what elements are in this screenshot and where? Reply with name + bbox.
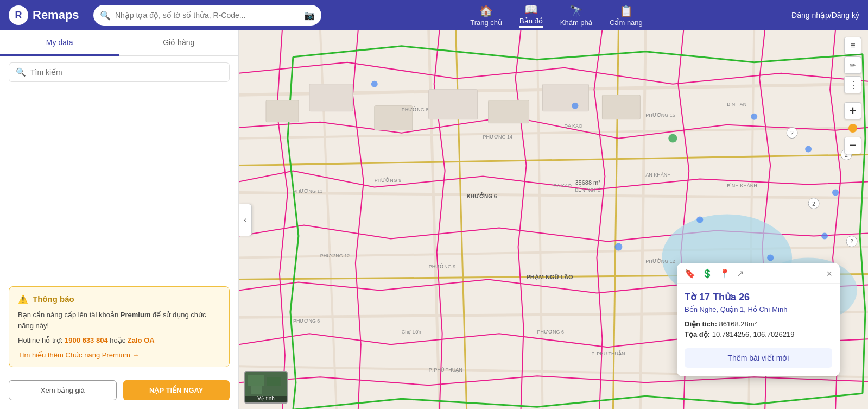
bookmark-icon[interactable]: 🔖 [685, 268, 695, 279]
nav-item-map[interactable]: 📖 Bản đồ [519, 3, 543, 28]
topup-button[interactable]: NẠP TIỀN NGAY [123, 380, 230, 400]
nav-item-explore[interactable]: 🔭 Khám phá [560, 4, 592, 27]
share-icon[interactable]: ↗ [737, 268, 744, 279]
svg-rect-72 [267, 377, 281, 386]
svg-point-52 [805, 146, 812, 153]
svg-text:AN KHÁNH: AN KHÁNH [645, 172, 670, 178]
zalo-link[interactable]: Zalo OA [128, 336, 155, 344]
notification-title: ⚠️ Thông báo [18, 294, 220, 304]
svg-rect-71 [248, 375, 264, 386]
svg-text:PHƯỜNG 13: PHƯỜNG 13 [293, 188, 322, 194]
sidebar-buttons: Xem bảng giá NẠP TIỀN NGAY [9, 380, 230, 400]
search-input[interactable] [115, 11, 300, 20]
more-options-button[interactable]: ⋮ [844, 76, 861, 93]
premium-link[interactable]: Tìm hiểu thêm Chức năng Premium → [18, 351, 220, 359]
location-pin-icon[interactable]: 📍 [719, 268, 730, 279]
phone-link[interactable]: 1900 633 804 [65, 336, 108, 344]
svg-text:P. PHÚ THUẬN: P. PHÚ THUẬN [591, 350, 625, 356]
svg-rect-23 [543, 84, 589, 111]
satellite-thumbnail[interactable]: Vệ tinh [244, 371, 288, 404]
popup-title: Tờ 17 Thửa 26 [685, 291, 832, 303]
svg-point-53 [832, 190, 839, 196]
auth-link[interactable]: Đăng nhập/Đăng ký [791, 11, 859, 20]
sidebar-body: ⚠️ Thông báo Bạn cần nâng cấp lên tài kh… [0, 89, 238, 409]
svg-text:BÌNH KHÁNH: BÌNH KHÁNH [727, 183, 757, 188]
satellite-preview [245, 372, 288, 396]
svg-text:PHƯỜNG 8: PHƯỜNG 8 [402, 106, 428, 112]
nav-label-map: Bản đồ [519, 17, 543, 25]
area-label: Diện tích: [685, 320, 719, 328]
svg-text:35688 m²: 35688 m² [575, 179, 600, 186]
svg-text:KHƯỞNG 6: KHƯỞNG 6 [467, 192, 497, 199]
sidebar-search-area: 🔍 [0, 56, 238, 89]
svg-point-51 [751, 114, 757, 120]
svg-text:PHƯỜNG 9: PHƯỜNG 9 [375, 177, 401, 183]
svg-point-49 [572, 103, 578, 109]
edit-icon: ✏ [850, 61, 856, 70]
main-nav: 🏠 Trang chủ 📖 Bản đồ 🔭 Khám phá 📋 Cẩm na… [330, 3, 783, 28]
nav-label-home: Trang chủ [470, 18, 502, 27]
svg-text:2: 2 [812, 201, 815, 207]
more-dots-icon: ⋮ [848, 79, 858, 91]
zoom-out-button[interactable]: − [844, 137, 861, 154]
search-bar: 🔍 📷 [93, 5, 321, 26]
coord-value: 10.7814256, 106.7026219 [712, 330, 795, 338]
sidebar-search-input[interactable] [30, 68, 223, 77]
sidebar-collapse-button[interactable]: ‹ [239, 204, 252, 236]
svg-text:Chợ Lớn: Chợ Lớn [402, 329, 421, 335]
svg-rect-73 [251, 386, 262, 394]
guide-icon: 📋 [619, 4, 633, 17]
info-popup-body: Tờ 17 Thửa 26 Bến Nghé, Quận 1, Hồ Chí M… [677, 284, 840, 376]
svg-text:PHƯỜNG 12: PHƯỜNG 12 [645, 258, 675, 264]
sidebar-search-box: 🔍 [9, 62, 230, 82]
area-value: 86168.28m² [719, 320, 757, 328]
svg-point-55 [696, 217, 703, 223]
tab-cart[interactable]: Giỏ hàng [119, 30, 239, 55]
svg-rect-19 [309, 84, 353, 111]
zoom-in-button[interactable]: + [844, 102, 861, 119]
sidebar-search-icon: 🔍 [16, 67, 26, 77]
tab-mydata[interactable]: My data [0, 30, 119, 56]
add-article-button[interactable]: Thêm bài viết mới [685, 348, 832, 368]
map-area[interactable]: PHƯỜNG 8 PHƯỜNG 14 DA KAO PHƯỜNG 15 BÌNH… [239, 30, 868, 409]
svg-rect-21 [429, 90, 478, 119]
camera-icon[interactable]: 📷 [304, 10, 315, 21]
edit-button[interactable]: ✏ [844, 56, 861, 74]
nav-label-explore: Khám phá [560, 18, 592, 27]
popup-area: Diện tích: 86168.28m² [685, 320, 832, 328]
logo-icon: R [9, 5, 28, 25]
sidebar-tabs: My data Giỏ hàng [0, 30, 238, 56]
svg-rect-24 [602, 95, 640, 119]
svg-text:BẾN NGHÉ: BẾN NGHÉ [575, 186, 600, 193]
nav-label-guide: Cẩm nang [610, 18, 643, 27]
svg-point-56 [767, 254, 774, 261]
home-icon: 🏠 [479, 4, 493, 17]
main-content: My data Giỏ hàng 🔍 ⚠️ Thông báo Bạn cần … [0, 30, 868, 409]
info-popup: 🔖 💲 📍 ↗ × Tờ 17 Thửa 26 Bến Nghé, Quận 1… [677, 263, 840, 376]
map-controls-right: ≡ ✏ ⋮ + − [844, 37, 861, 154]
svg-rect-22 [489, 100, 529, 123]
popup-close-button[interactable]: × [826, 269, 832, 279]
svg-text:PHƯỜNG 6: PHƯỜNG 6 [537, 329, 564, 335]
svg-text:ĐA KAO: ĐA KAO [554, 183, 572, 188]
price-icon[interactable]: 💲 [702, 268, 713, 279]
svg-point-50 [668, 134, 677, 143]
popup-subtitle: Bến Nghé, Quận 1, Hồ Chí Minh [685, 305, 832, 313]
svg-text:PHẠM NGŨ LÃO: PHẠM NGŨ LÃO [527, 274, 574, 281]
nav-item-home[interactable]: 🏠 Trang chủ [470, 4, 502, 27]
chevron-left-icon: ‹ [244, 215, 246, 225]
minus-icon: − [850, 139, 857, 153]
nav-item-guide[interactable]: 📋 Cẩm nang [610, 4, 643, 27]
price-button[interactable]: Xem bảng giá [9, 380, 117, 400]
warning-icon: ⚠️ [18, 294, 28, 304]
notification-title-text: Thông báo [33, 294, 74, 304]
svg-point-48 [371, 81, 378, 87]
coord-label: Tọa độ: [685, 330, 712, 338]
explore-icon: 🔭 [569, 4, 583, 17]
header: R Remaps 🔍 📷 🏠 Trang chủ 📖 Bản đồ 🔭 Khám… [0, 0, 868, 30]
logo-text: Remaps [33, 8, 79, 22]
svg-text:PHƯỜNG 6: PHƯỜNG 6 [293, 318, 320, 324]
filter-button[interactable]: ≡ [844, 37, 861, 54]
svg-text:2: 2 [790, 130, 794, 136]
svg-text:PHƯỜNG 9: PHƯỜNG 9 [429, 263, 455, 269]
